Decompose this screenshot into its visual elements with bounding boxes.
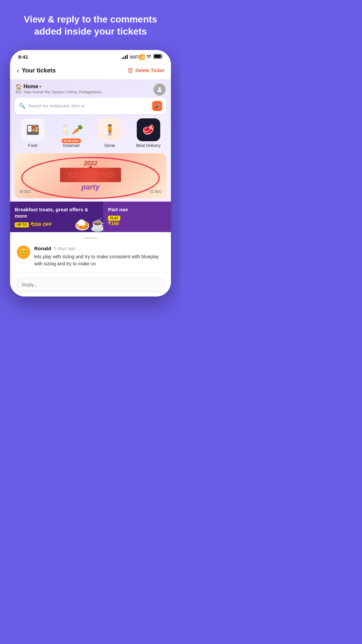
tickets-title: Your tickets xyxy=(22,67,56,74)
wifi-icon: WiFi📶 xyxy=(130,54,152,60)
offer-card-2-title: Part nee xyxy=(108,206,166,213)
reply-bar xyxy=(10,273,171,297)
food-image: 🍛☕ xyxy=(74,217,103,232)
food-label: Food xyxy=(28,143,37,148)
banner-party: party xyxy=(81,183,100,192)
genie-emoji: 🧍 xyxy=(104,124,116,136)
meat-emoji: 🥩 xyxy=(142,124,154,135)
offer-card-1-badge: UP TO xyxy=(15,222,29,227)
offer-card-2-amount: ₹100 xyxy=(108,221,166,226)
instamart-badge: 25-30 mins xyxy=(61,139,81,143)
search-icon: 🔍 xyxy=(19,103,25,109)
comment-time: 5 days ago xyxy=(54,246,75,251)
offer-card-2-badge: FLAT xyxy=(108,216,120,221)
app-header: ‹ Your tickets Delete Ticket xyxy=(10,62,171,79)
location-label: Home xyxy=(23,84,38,90)
inner-search-bar[interactable]: 🔍 Search for restaurant, item or 🎤 xyxy=(15,98,166,114)
back-button[interactable]: ‹ xyxy=(17,67,19,74)
genie-label: Genie xyxy=(104,143,115,148)
svg-point-2 xyxy=(159,87,161,90)
comment-avatar: 😊 xyxy=(17,246,30,259)
sheet-handle xyxy=(84,237,97,239)
banner-year-end: YEAR END xyxy=(67,170,114,180)
phone-frame: 9:41 WiFi📶 xyxy=(10,50,171,297)
comment-header: Ronald 5 days ago xyxy=(34,246,164,251)
offer-card-1[interactable]: Breakfast treats, great offers & more UP… xyxy=(10,202,103,232)
hero-title: View & reply to the comments added insid… xyxy=(7,13,174,38)
instamart-label: Instamart xyxy=(63,143,79,148)
offer-cards-row: Breakfast treats, great offers & more UP… xyxy=(10,202,171,232)
instamart-icon-box: 🥛🥕 25-30 mins xyxy=(60,118,83,141)
comment-content: Ronald 5 days ago lets play with sizing … xyxy=(34,246,164,267)
comment-author: Ronald xyxy=(34,246,51,251)
app-screenshot: 🏠 Home ▾ 401, Vijay Kumar IIIa, Sanjeev … xyxy=(10,79,171,232)
banner-date-end: 31 DEC xyxy=(150,190,162,194)
category-instamart[interactable]: 🥛🥕 25-30 mins Instamart xyxy=(58,118,85,148)
status-bar: 9:41 WiFi📶 xyxy=(10,50,171,62)
banner-date-start: 26 DEC xyxy=(19,190,31,194)
app-header-left: ‹ Your tickets xyxy=(17,67,56,74)
category-meat[interactable]: 🥩 Meat Delivery xyxy=(135,118,162,148)
svg-rect-1 xyxy=(154,55,161,58)
comment-row: 😊 Ronald 5 days ago lets play with sizin… xyxy=(17,246,164,267)
category-row: 🍱 Food 🥛🥕 25-30 mins Instamart 🧍 xyxy=(10,118,171,152)
category-genie[interactable]: 🧍 Genie xyxy=(97,118,123,148)
inner-app: 🏠 Home ▾ 401, Vijay Kumar IIIa, Sanjeev … xyxy=(10,79,171,232)
year-end-banner: 2022 YEAR END party 26 DEC 31 DEC xyxy=(15,153,166,198)
inner-location-group: 🏠 Home ▾ 401, Vijay Kumar IIIa, Sanjeev … xyxy=(15,84,104,94)
year-end-banner-area: 2022 YEAR END party 26 DEC 31 DEC xyxy=(10,152,171,202)
meat-icon-box: 🥩 xyxy=(137,118,160,141)
profile-avatar[interactable] xyxy=(154,84,166,96)
signal-icon xyxy=(122,55,128,59)
offer-card-1-amount: ₹200 OFF xyxy=(31,222,52,227)
location-address: 401, Vijay Kumar IIIa, Sanjeev Colony, P… xyxy=(15,90,104,94)
inner-location[interactable]: 🏠 Home ▾ xyxy=(15,84,104,90)
delete-ticket-label: Delete Ticket xyxy=(135,68,164,73)
mic-button[interactable]: 🎤 xyxy=(152,101,162,111)
meat-label: Meat Delivery xyxy=(136,143,161,148)
instamart-emoji: 🥛🥕 xyxy=(60,124,83,135)
home-icon: 🏠 xyxy=(15,84,22,90)
trash-icon xyxy=(127,67,133,73)
comment-text: lets play with sizing and try to make co… xyxy=(34,253,164,267)
search-placeholder: Search for restaurant, item or xyxy=(28,103,149,108)
comment-section: 😊 Ronald 5 days ago lets play with sizin… xyxy=(17,244,164,273)
delete-ticket-button[interactable]: Delete Ticket xyxy=(127,67,164,73)
offer-card-2[interactable]: Part nee FLAT ₹100 xyxy=(103,202,171,232)
food-icon-box: 🍱 xyxy=(21,118,45,141)
reply-input[interactable] xyxy=(17,278,164,292)
battery-icon xyxy=(154,54,163,60)
category-food[interactable]: 🍱 Food xyxy=(19,118,46,148)
bottom-sheet: 😊 Ronald 5 days ago lets play with sizin… xyxy=(10,232,171,273)
status-time: 9:41 xyxy=(18,54,28,60)
chevron-down-icon: ▾ xyxy=(40,85,42,89)
genie-icon-box: 🧍 xyxy=(98,118,122,141)
food-emoji: 🍱 xyxy=(26,123,40,136)
status-icons: WiFi📶 xyxy=(122,54,163,60)
